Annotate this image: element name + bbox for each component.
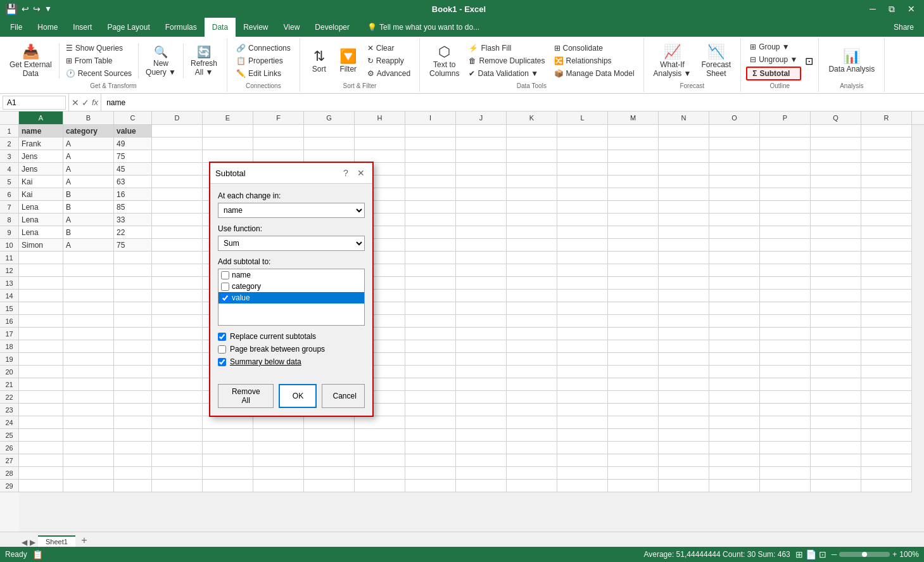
cell-C17[interactable]	[114, 328, 152, 340]
cell-R29[interactable]	[861, 480, 912, 492]
cell-Q16[interactable]	[811, 315, 861, 328]
row-header-10[interactable]: 10	[0, 239, 19, 252]
cell-I13[interactable]	[405, 277, 456, 290]
sheet-tab-1[interactable]: Sheet1	[38, 535, 75, 544]
cell-J8[interactable]	[456, 214, 507, 226]
dialog-close-button[interactable]: ✕	[355, 167, 367, 179]
row-header-18[interactable]: 18	[0, 340, 19, 353]
cell-F3[interactable]	[253, 150, 304, 163]
cell-L3[interactable]	[557, 150, 608, 163]
cell-G25[interactable]	[304, 429, 355, 442]
cell-J5[interactable]	[456, 176, 507, 188]
cell-M22[interactable]	[608, 391, 659, 404]
cell-L27[interactable]	[557, 454, 608, 467]
col-header-f[interactable]: F	[253, 112, 304, 124]
menu-view[interactable]: View	[276, 18, 308, 37]
cell-C9[interactable]: 22	[114, 226, 152, 239]
consolidate-button[interactable]: ⊞ Consolidate	[550, 42, 638, 54]
cell-C23[interactable]	[114, 404, 152, 416]
cell-L11[interactable]	[557, 252, 608, 264]
cell-H2[interactable]	[355, 137, 405, 150]
cell-P18[interactable]	[760, 340, 811, 353]
cell-Q19[interactable]	[811, 353, 861, 366]
cell-L2[interactable]	[557, 137, 608, 150]
cell-G2[interactable]	[304, 137, 355, 150]
cell-H28[interactable]	[355, 467, 405, 480]
cell-I6[interactable]	[405, 188, 456, 201]
cell-A1[interactable]: name	[19, 125, 63, 137]
cell-M15[interactable]	[608, 302, 659, 315]
cell-D5[interactable]	[152, 176, 203, 188]
cell-K28[interactable]	[507, 467, 557, 480]
cell-O19[interactable]	[709, 353, 760, 366]
cell-Q7[interactable]	[811, 201, 861, 214]
subtotal-button[interactable]: Σ Subtotal	[746, 67, 801, 80]
cell-J10[interactable]	[456, 239, 507, 252]
cell-P21[interactable]	[760, 378, 811, 391]
cell-I24[interactable]	[405, 416, 456, 429]
cell-R5[interactable]	[861, 176, 912, 188]
add-sheet-button[interactable]: +	[77, 534, 92, 544]
cell-D25[interactable]	[152, 429, 203, 442]
cell-M29[interactable]	[608, 480, 659, 492]
cell-R1[interactable]	[861, 125, 912, 137]
cell-Q11[interactable]	[811, 252, 861, 264]
cell-M14[interactable]	[608, 290, 659, 302]
cell-O11[interactable]	[709, 252, 760, 264]
cell-A17[interactable]	[19, 328, 63, 340]
at-each-change-select[interactable]: name	[218, 203, 365, 218]
cell-A14[interactable]	[19, 290, 63, 302]
cell-K1[interactable]	[507, 125, 557, 137]
cell-N13[interactable]	[659, 277, 709, 290]
cell-K17[interactable]	[507, 328, 557, 340]
cell-I1[interactable]	[405, 125, 456, 137]
cell-J29[interactable]	[456, 480, 507, 492]
cell-O22[interactable]	[709, 391, 760, 404]
cell-P11[interactable]	[760, 252, 811, 264]
text-to-columns-button[interactable]: ⬡ Text toColumns	[425, 41, 464, 81]
cell-L13[interactable]	[557, 277, 608, 290]
cell-H24[interactable]	[355, 416, 405, 429]
cell-O9[interactable]	[709, 226, 760, 239]
cell-P6[interactable]	[760, 188, 811, 201]
cell-P27[interactable]	[760, 454, 811, 467]
cell-L5[interactable]	[557, 176, 608, 188]
col-header-i[interactable]: I	[405, 112, 456, 124]
cell-I29[interactable]	[405, 480, 456, 492]
cell-K22[interactable]	[507, 391, 557, 404]
cell-D13[interactable]	[152, 277, 203, 290]
cell-H1[interactable]	[355, 125, 405, 137]
cell-B1[interactable]: category	[63, 125, 114, 137]
cell-B6[interactable]: B	[63, 188, 114, 201]
cell-Q13[interactable]	[811, 277, 861, 290]
cell-B9[interactable]: B	[63, 226, 114, 239]
cell-A10[interactable]: Simon	[19, 239, 63, 252]
cell-N23[interactable]	[659, 404, 709, 416]
cell-N11[interactable]	[659, 252, 709, 264]
cell-B24[interactable]	[63, 416, 114, 429]
cell-G1[interactable]	[304, 125, 355, 137]
row-header-25[interactable]: 25	[0, 429, 19, 442]
cancel-formula-icon[interactable]: ✕	[72, 98, 79, 108]
cell-P8[interactable]	[760, 214, 811, 226]
cell-E25[interactable]	[203, 429, 253, 442]
cell-Q15[interactable]	[811, 302, 861, 315]
cell-R2[interactable]	[861, 137, 912, 150]
cell-L8[interactable]	[557, 214, 608, 226]
cell-Q27[interactable]	[811, 454, 861, 467]
cell-R27[interactable]	[861, 454, 912, 467]
listbox-checkbox-category[interactable]	[221, 283, 229, 291]
cell-J23[interactable]	[456, 404, 507, 416]
cell-H27[interactable]	[355, 454, 405, 467]
cell-B7[interactable]: B	[63, 201, 114, 214]
redo-icon[interactable]: ↪	[33, 4, 41, 14]
connections-button[interactable]: 🔗 Connections	[232, 42, 294, 54]
cell-A4[interactable]: Jens	[19, 163, 63, 176]
cell-B10[interactable]: A	[63, 239, 114, 252]
cell-O2[interactable]	[709, 137, 760, 150]
ok-button[interactable]: OK	[279, 384, 317, 408]
cell-E27[interactable]	[203, 454, 253, 467]
cell-M10[interactable]	[608, 239, 659, 252]
cell-O20[interactable]	[709, 366, 760, 378]
what-if-analysis-button[interactable]: 📈 What-IfAnalysis ▼	[649, 41, 696, 81]
